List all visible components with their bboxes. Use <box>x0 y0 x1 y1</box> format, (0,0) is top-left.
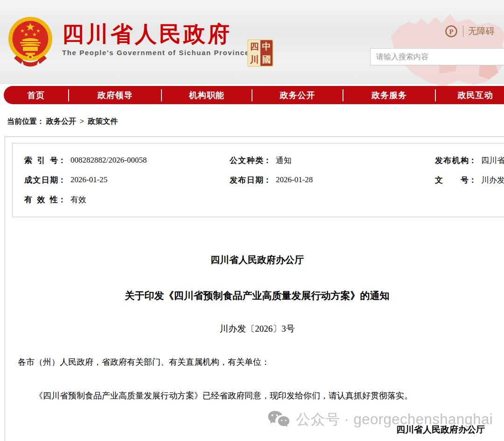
breadcrumb-page[interactable]: 政策文件 <box>88 117 118 125</box>
meta-label: 文号 <box>435 175 469 185</box>
search-input[interactable] <box>370 48 504 65</box>
meta-value: 2026-01-25 <box>70 175 107 185</box>
document-number: 川办发〔2026〕3号 <box>5 323 504 335</box>
site-header: 四川省人民政府 The People's Government of Sichu… <box>0 0 504 84</box>
meta-value: 有效 <box>70 194 86 205</box>
breadcrumb-separator: > <box>80 117 84 125</box>
nav-item-institutional-functions[interactable]: 机构职能 <box>162 90 252 101</box>
divider <box>463 26 463 37</box>
nav-item-public-interaction[interactable]: 政民互动 <box>436 90 504 101</box>
meta-publish-date: 发布日期： 2026-01-28 <box>230 175 435 185</box>
china-sichuan-seal-icon: 四 川 中 國 <box>247 39 273 67</box>
meta-label: 索引号 <box>24 155 58 166</box>
document-salutation: 各市（州）人民政府，省政府有关部门、有关直属机构，有关单位： <box>18 356 494 368</box>
circle-p-icon[interactable]: P <box>444 24 458 38</box>
brand: 四川省人民政府 The People's Government of Sichu… <box>62 21 250 57</box>
meta-label: 成文日期 <box>24 175 58 185</box>
metadata-row: 成文日期： 2026-01-25 发布日期： 2026-01-28 文号： 川办… <box>24 170 504 190</box>
meta-issuing-agency: 发布机构： 四川省人 <box>435 155 504 166</box>
nav-item-government-leaders[interactable]: 政府领导 <box>69 90 161 101</box>
wechat-icon <box>268 410 290 429</box>
meta-colon: ： <box>469 155 476 166</box>
sichuan-map-silhouette <box>382 3 504 87</box>
metadata-row: 索引号： 008282882/2026-00058 公文种类： 通知 发布机构：… <box>24 150 504 170</box>
main-navigation: 首页 政府领导 机构职能 政务公开 政务服务 政民互动 <box>4 86 504 104</box>
meta-label: 有效性 <box>24 194 58 205</box>
breadcrumb-section[interactable]: 政务公开 <box>46 117 76 125</box>
meta-value: 通知 <box>276 155 292 166</box>
meta-value: 2026-01-28 <box>276 175 313 185</box>
meta-colon: ： <box>263 175 271 185</box>
site-title: 四川省人民政府 <box>62 21 250 47</box>
seal-char: 川 <box>248 53 260 66</box>
national-emblem-icon <box>7 15 54 68</box>
accessibility-link[interactable]: 无障碍 <box>468 25 495 37</box>
svg-text:P: P <box>449 28 453 36</box>
meta-label: 发布日期 <box>230 175 263 185</box>
seal-char: 四 <box>248 40 260 53</box>
meta-colon: ： <box>58 155 66 166</box>
nav-item-home[interactable]: 首页 <box>4 90 68 101</box>
document-paragraph: 《四川省预制食品产业高质量发展行动方案》已经省政府同意，现印发给你们，请认真抓好… <box>18 390 494 402</box>
seal-char: 中 <box>260 40 273 53</box>
meta-label: 公文种类 <box>230 155 263 166</box>
meta-validity: 有效性： 有效 <box>24 194 230 205</box>
document-card: 索引号： 008282882/2026-00058 公文种类： 通知 发布机构：… <box>5 136 504 441</box>
meta-label: 发布机构 <box>435 155 469 166</box>
meta-value: 四川省人 <box>481 155 504 166</box>
meta-colon: ： <box>58 194 66 205</box>
meta-colon: ： <box>263 155 271 166</box>
nav-item-government-affairs-disclosure[interactable]: 政务公开 <box>252 90 343 101</box>
meta-colon: ： <box>58 175 66 185</box>
document-title: 关于印发《四川省预制食品产业高质量发展行动方案》的通知 <box>5 289 504 302</box>
meta-document-type: 公文种类： 通知 <box>230 155 435 166</box>
meta-written-date: 成文日期： 2026-01-25 <box>24 175 230 185</box>
meta-document-number: 文号： 川办发 <box>435 175 504 185</box>
breadcrumb-label: 当前位置： <box>7 117 44 125</box>
meta-index-number: 索引号： 008282882/2026-00058 <box>24 155 230 166</box>
meta-colon: ： <box>469 175 476 185</box>
seal-char: 國 <box>260 53 273 66</box>
metadata-row: 有效性： 有效 <box>24 190 504 209</box>
meta-value: 川办发 <box>481 175 504 185</box>
document-issuer: 四川省人民政府办公厅 <box>5 254 504 266</box>
document-metadata-table: 索引号： 008282882/2026-00058 公文种类： 通知 发布机构：… <box>12 143 504 217</box>
breadcrumb: 当前位置：政务公开 > 政策文件 <box>7 117 119 127</box>
meta-value: 008282882/2026-00058 <box>70 156 147 165</box>
nav-item-government-services[interactable]: 政务服务 <box>343 90 435 101</box>
accessibility-control[interactable]: P 无障碍 <box>444 24 495 38</box>
site-subtitle: The People's Government of Sichuan Provi… <box>62 49 250 57</box>
document-signature: 四川省人民政府办公厅 <box>396 424 485 436</box>
